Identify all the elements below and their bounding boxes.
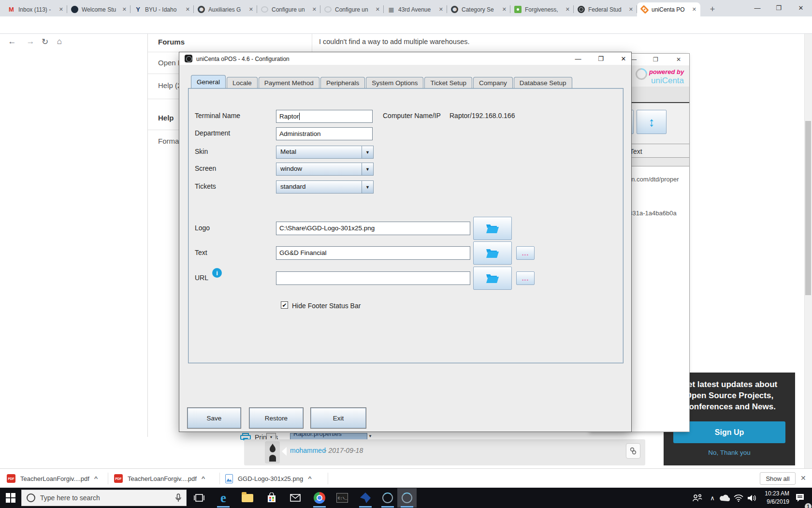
tab-close-icon[interactable]: ✕ — [59, 6, 63, 13]
window2-close-button[interactable]: ✕ — [676, 56, 681, 63]
tab-category[interactable]: ⊕Category Se✕ — [447, 2, 510, 16]
chevron-up-icon[interactable]: ^ — [202, 476, 205, 481]
tab-configure-2[interactable]: Configure un✕ — [320, 2, 384, 16]
onedrive-cloud-icon[interactable] — [718, 488, 732, 508]
hidden-icons-chevron[interactable]: ∧ — [707, 488, 718, 508]
tab-close-icon[interactable]: ✕ — [376, 6, 380, 13]
restore-button[interactable]: Restore — [249, 408, 303, 428]
logo-browse-button[interactable] — [473, 217, 512, 240]
file-explorer-icon[interactable] — [238, 488, 257, 508]
store-icon[interactable] — [262, 488, 281, 508]
skin-select[interactable]: Metal▼ — [276, 146, 374, 159]
tab-byu[interactable]: YBYU - Idaho✕ — [130, 2, 194, 16]
screen-select[interactable]: window▼ — [276, 163, 374, 176]
sign-up-button[interactable]: Sign Up — [673, 421, 785, 443]
download-item[interactable]: PDF TeacherLoanForgiv....pdf ^ — [7, 469, 98, 488]
action-center-icon[interactable]: 1 — [792, 488, 808, 508]
java-app-icon[interactable] — [378, 488, 397, 508]
tab-configure-1[interactable]: Configure un✕ — [257, 2, 320, 16]
taskbar-search[interactable]: Type here to search — [21, 490, 187, 506]
tab-database-setup[interactable]: Database Setup — [514, 77, 572, 89]
info-icon[interactable]: i — [212, 268, 222, 278]
sidebar-item-help2[interactable]: Help — [158, 114, 174, 122]
window-minimize-button[interactable]: — — [747, 0, 768, 15]
java-app-active-icon[interactable] — [397, 488, 417, 508]
text-input[interactable]: GG&D Financial — [276, 246, 470, 260]
command-prompt-icon[interactable]: C:\_ — [333, 488, 352, 508]
tickets-select[interactable]: standard▼ — [276, 180, 374, 194]
text-ellipsis-button[interactable]: ... — [516, 246, 535, 260]
clock[interactable]: 10:23 AM 9/6/2019 — [755, 490, 789, 506]
updown-arrow-button[interactable]: ↕ — [637, 110, 667, 134]
tab-federal[interactable]: Federal Stud✕ — [574, 2, 637, 16]
logo-input[interactable]: C:\Share\GGD-Logo-301x25.png — [276, 222, 470, 235]
tab-locale[interactable]: Locale — [227, 77, 258, 89]
tab-ticket-setup[interactable]: Ticket Setup — [424, 77, 472, 89]
new-tab-button[interactable]: + — [706, 2, 719, 16]
mail-icon[interactable] — [286, 488, 305, 508]
chevron-up-icon[interactable]: ^ — [94, 476, 98, 481]
sidebar-item-formatting[interactable]: Format — [158, 137, 181, 145]
tab-general[interactable]: General — [191, 75, 226, 89]
tab-close-icon[interactable]: ✕ — [629, 6, 633, 13]
text-browse-button[interactable] — [473, 241, 512, 265]
tab-close-icon[interactable]: ✕ — [186, 6, 190, 13]
sidebar-item-help[interactable]: Help (2 — [158, 81, 181, 90]
chevron-up-icon[interactable]: ^ — [308, 476, 312, 481]
sidebar-item-forums[interactable]: Forums — [158, 38, 185, 46]
dialog-title-bar[interactable]: uniCenta oPOS - 4.6 - Configuration — ❐ … — [179, 52, 631, 65]
tab-company[interactable]: Company — [473, 77, 513, 89]
dialog-minimize-button[interactable]: — — [568, 52, 588, 65]
no-thank-you-link[interactable]: No, Thank you — [664, 449, 795, 456]
reload-icon[interactable]: ↻ — [39, 35, 51, 48]
people-icon[interactable] — [690, 488, 705, 508]
tab-close-icon[interactable]: ✕ — [502, 6, 507, 13]
edge-icon[interactable]: e — [214, 488, 233, 508]
window2-maximize-button[interactable]: ❐ — [653, 56, 658, 63]
home-icon[interactable]: ⌂ — [53, 35, 66, 48]
forward-icon[interactable]: → — [24, 35, 37, 48]
department-input[interactable]: Administration — [276, 127, 373, 140]
tab-welcome[interactable]: Welcome Stu✕ — [67, 2, 130, 16]
tab-close-icon[interactable]: ✕ — [122, 6, 127, 13]
tab-unicenta-active[interactable]: uniCenta PO✕ — [637, 2, 700, 16]
tab-close-icon[interactable]: ✕ — [566, 6, 570, 13]
scrollbar-thumb[interactable] — [805, 121, 811, 295]
start-button[interactable] — [6, 493, 15, 503]
tab-close-icon[interactable]: ✕ — [312, 6, 317, 13]
tab-system-options[interactable]: System Options — [366, 77, 423, 89]
tab-payment-method[interactable]: Payment Method — [259, 77, 319, 89]
back-icon[interactable]: ← — [6, 35, 18, 48]
show-all-button[interactable]: Show all — [760, 472, 796, 485]
tab-gmail[interactable]: MInbox (113) -✕ — [4, 2, 67, 16]
dialog-maximize-button[interactable]: ❐ — [591, 52, 610, 65]
terminal-name-input[interactable]: Raptor — [276, 110, 373, 123]
chevron-down-icon[interactable]: ▼ — [368, 434, 372, 438]
tab-peripherals[interactable]: Peripherals — [320, 77, 365, 89]
tab-43rd-avenue[interactable]: ▦43rd Avenue✕ — [384, 2, 447, 16]
task-view-icon[interactable] — [189, 488, 209, 508]
download-item[interactable]: GGD-Logo-301x25.png ^ — [225, 469, 312, 488]
url-browse-button[interactable] — [473, 267, 512, 290]
chrome-icon[interactable] — [310, 488, 329, 508]
tab-close-icon[interactable]: ✕ — [439, 6, 443, 13]
tab-close-icon[interactable]: ✕ — [692, 6, 696, 13]
hide-footer-checkbox[interactable]: ✔ — [281, 301, 288, 309]
tab-auxiliaries[interactable]: ⊕Auxiliaries G✕ — [194, 2, 257, 16]
url-input[interactable] — [276, 271, 470, 285]
exit-button[interactable]: Exit — [311, 408, 366, 428]
tab-forgiveness[interactable]: Forgiveness,✕ — [510, 2, 574, 16]
wifi-icon[interactable] — [732, 488, 745, 508]
tab-close-icon[interactable]: ✕ — [249, 6, 253, 13]
url-ellipsis-button[interactable]: ... — [516, 271, 535, 285]
microphone-icon[interactable] — [175, 493, 181, 502]
post-author-link[interactable]: mohammed — [290, 447, 326, 454]
permalink-button[interactable] — [626, 443, 640, 459]
save-button[interactable]: Save — [188, 408, 241, 428]
dialog-close-button[interactable]: ✕ — [614, 52, 633, 65]
blue-app-icon[interactable] — [356, 488, 375, 508]
window-close-button[interactable]: ✕ — [790, 0, 812, 15]
download-item[interactable]: PDF TeacherLoanForgiv....pdf ^ — [114, 469, 205, 488]
close-downloads-icon[interactable]: ✕ — [800, 474, 806, 482]
window-maximize-button[interactable]: ❐ — [768, 0, 789, 15]
